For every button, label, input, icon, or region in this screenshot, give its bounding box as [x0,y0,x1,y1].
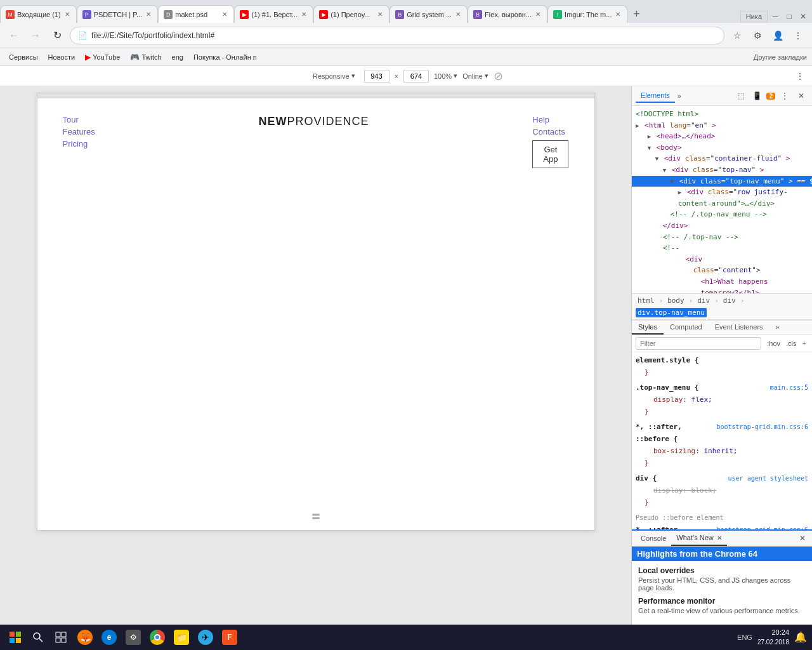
taskbar-taskview-button[interactable] [51,627,71,647]
dom-html-triangle[interactable]: ▶ [636,123,639,129]
dom-line-divclose[interactable]: </div> [632,220,812,232]
dom-line-comment3[interactable]: <!-- [632,242,812,254]
breadcrumb-div1[interactable]: div [695,296,712,305]
taskbar-app3-btn[interactable]: ⚙ [123,627,143,647]
dom-line-container[interactable]: ▼ <div class="container-fluid" > [632,153,812,164]
dom-topnav-triangle[interactable]: ▼ [663,167,666,173]
back-button[interactable]: ← [5,27,23,44]
tab-youtube1[interactable]: ▶ (1) #1. Верст... ✕ [234,5,313,23]
responsive-dropdown[interactable]: Responsive ▾ [309,70,358,81]
bookmark-novosti[interactable]: Новости [44,52,79,62]
window-restore-btn[interactable]: □ [783,10,796,23]
dom-line-row2[interactable]: content-around">…</div> [632,198,812,209]
menu-button[interactable]: ⋮ [789,27,807,44]
devtools-inspect-btn[interactable]: ⬚ [733,89,747,103]
dom-line-comment2[interactable]: <!-- /.top-nav --> [632,232,812,243]
tab-flex[interactable]: B Flex, выровн... ✕ [468,5,547,23]
bookmark-eng[interactable]: eng [168,52,187,62]
dom-line-comment1[interactable]: <!-- /.top-nav_menu --> [632,209,812,220]
profile-button[interactable]: 👤 [769,27,787,44]
breadcrumb-html[interactable]: html [636,296,657,305]
tab-youtube2-close[interactable]: ✕ [376,10,384,19]
style-source-topnavmenu[interactable]: main.css:5 [770,382,808,393]
devtools-device-btn[interactable]: 📱 [750,89,764,103]
tab-gmail-close[interactable]: ✕ [63,10,71,19]
bookmark-twitch[interactable]: 🎮 Twitch [126,51,165,63]
dom-row-triangle[interactable]: ▶ [678,189,681,196]
dom-line-html[interactable]: ▶ <html lang="en" > [632,120,812,131]
get-app-button[interactable]: Get App [532,140,568,168]
console-tab-whatsnew[interactable]: What's New ✕ [671,531,726,546]
add-style-btn[interactable]: + [801,339,808,348]
taskbar-chrome-btn[interactable] [147,627,167,647]
dom-line-topnavmenu[interactable]: ▼ <div class="top-nav_menu" > == $0 [632,176,812,187]
style-source-box[interactable]: bootstrap-grid.min.css:6 [717,421,809,432]
cls-filter-btn[interactable]: .cls [784,339,799,348]
new-tab-button[interactable]: + [627,5,645,23]
devtools-tab-elements[interactable]: Elements [636,89,675,103]
taskbar-files-btn[interactable]: 📁 [171,627,192,647]
reload-button[interactable]: ↻ [48,27,66,44]
dom-head-triangle[interactable]: ▶ [648,133,651,140]
nav-features-link[interactable]: Features [63,127,95,136]
taskbar-start-button[interactable] [5,627,25,647]
bookmark-pokupka[interactable]: Покупка - Онлайн п [190,52,261,62]
height-input[interactable] [403,70,429,83]
window-minimize-btn[interactable]: ─ [769,10,782,23]
breadcrumb-body[interactable]: body [665,296,686,305]
hov-filter-btn[interactable]: :hov [765,339,782,348]
dom-line-h1[interactable]: <h1>What happens [632,276,812,288]
taskbar-firefox-btn[interactable]: 🦊 [75,627,95,647]
rotate-icon[interactable]: ⊘ [494,69,503,83]
tab-bootstrap[interactable]: B Grid system ... ✕ [390,5,468,23]
devtools-tab-more[interactable]: » [675,90,684,102]
nav-pricing-link[interactable]: Pricing [63,139,95,149]
taskbar-search-button[interactable] [29,628,47,646]
pseudo-source[interactable]: bootstrap-grid.min.css:6 [717,524,809,529]
dom-line-head[interactable]: ▶ <head>…</head> [632,131,812,142]
tab-maket-close[interactable]: ✕ [221,10,228,19]
styles-tab-events[interactable]: Event Listeners [709,321,769,335]
console-tab-whatsnew-close[interactable]: ✕ [717,534,722,541]
window-minimize[interactable]: Ника [740,11,768,22]
bookmark-servisy[interactable]: Сервисы [5,52,42,62]
tab-bootstrap-close[interactable]: ✕ [454,10,462,19]
tab-psdetch[interactable]: P PSDETCH | P... ✕ [77,5,159,23]
tab-imgur-close[interactable]: ✕ [614,10,622,19]
dom-line-doctype[interactable]: <!DOCTYPE html> [632,109,812,120]
dom-line-h1close[interactable]: tomorrow?</h1> [632,288,812,294]
tab-youtube1-close[interactable]: ✕ [300,10,308,19]
tab-imgur[interactable]: I Imgur: The m... ✕ [547,5,627,23]
breadcrumb-topnavmenu[interactable]: div.top-nav_menu [636,308,707,317]
tab-youtube2[interactable]: ▶ (1) Препоу... ✕ [313,5,390,23]
console-panel-close[interactable]: ✕ [797,531,808,545]
window-close-btn[interactable]: ✕ [797,10,809,23]
style-source-div[interactable]: user agent stylesheet [728,473,808,484]
console-tab-console[interactable]: Console [636,531,671,545]
bookmark-star-button[interactable]: ☆ [728,27,746,44]
address-bar[interactable]: 📄 file:///E:/Site/To/portfolio/indext.ht… [70,27,724,44]
tab-gmail[interactable]: M Входящие (1) ✕ [0,5,77,23]
zoom-dropdown[interactable]: 100% ▾ [434,72,457,80]
taskbar-notification-btn[interactable]: 🔔 [794,631,807,643]
tab-psdetch-close[interactable]: ✕ [145,10,152,19]
width-input[interactable] [364,70,390,83]
dom-line-topnav[interactable]: ▼ <div class="top-nav" > [632,164,812,176]
bookmark-youtube[interactable]: ▶ YouTube [81,51,124,63]
breadcrumb-div2[interactable]: div [721,296,738,305]
bookmarks-more-button[interactable]: Другие закладки [754,53,807,61]
styles-tab-more[interactable]: » [769,321,786,335]
styles-filter-input[interactable] [636,337,761,350]
extension-button[interactable]: ⚙ [749,27,766,44]
taskbar-figma-btn[interactable]: F [219,627,240,647]
taskbar-telegram-btn[interactable]: ✈ [195,627,216,647]
dom-line-divcontent1[interactable]: <div [632,254,812,265]
nav-contacts-link[interactable]: Contacts [532,127,565,136]
styles-tab-computed[interactable]: Computed [664,321,709,335]
dom-line-row[interactable]: ▶ <div class="row justify- [632,187,812,198]
nav-help-link[interactable]: Help [532,115,565,124]
tab-flex-close[interactable]: ✕ [534,10,542,19]
devtools-close-btn[interactable]: ✕ [794,90,808,102]
devtools-settings-btn[interactable]: ⋮ [778,89,792,103]
tab-maket[interactable]: D maket.psd ✕ [158,5,234,23]
